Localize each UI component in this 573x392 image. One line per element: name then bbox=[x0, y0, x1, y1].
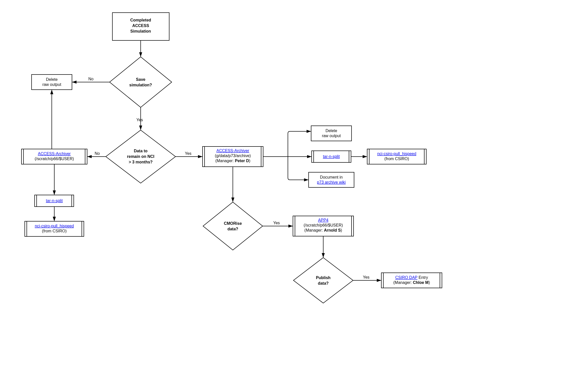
node-access-archiver-scratch: ACCESS-Archiver (/scratch/p66/$USER) bbox=[21, 149, 87, 164]
app4-link[interactable]: APP4 bbox=[318, 218, 329, 222]
remain-l3: > 3 months? bbox=[129, 160, 153, 164]
publish-l2: data? bbox=[318, 281, 329, 285]
svg-marker-1 bbox=[110, 57, 172, 107]
node-nci-csiro-pull-right: nci-csiro-pull_hispeed (from CSIRO) bbox=[367, 149, 426, 164]
node-tar-n-split-left: tar-n-split bbox=[35, 195, 74, 207]
svg-rect-2 bbox=[32, 75, 72, 90]
access-archiver-p73-sub1: (g/data/p73/archive) bbox=[215, 154, 251, 158]
node-csiro-dap-entry: CSIRO DAP Entry (Manager: Chloe M) bbox=[381, 273, 442, 288]
publish-l1: Publish bbox=[316, 276, 331, 280]
node-delete-raw-output-right: Delete raw output bbox=[311, 126, 352, 141]
save-sim-l1: Save bbox=[136, 77, 145, 82]
tar-n-split-left-link[interactable]: tar-n-split bbox=[46, 199, 63, 203]
flowchart-diagram: Completed ACCESS Simulation Save simulat… bbox=[0, 0, 573, 392]
svg-marker-28 bbox=[293, 258, 353, 303]
dap-sub: (Manager: Chloe M) bbox=[393, 280, 430, 285]
dap-title: CSIRO DAP Entry bbox=[395, 275, 428, 280]
edge-label-yes-1: Yes bbox=[136, 118, 143, 122]
start-line2: ACCESS bbox=[132, 23, 149, 28]
nci-csiro-pull-right-link[interactable]: nci-csiro-pull_hispeed bbox=[377, 152, 416, 156]
remain-l1: Data to bbox=[134, 149, 147, 153]
nci-csiro-pull-left-link[interactable]: nci-csiro-pull_hispeed bbox=[35, 224, 74, 228]
node-nci-csiro-pull-left: nci-csiro-pull_hispeed (from CSIRO) bbox=[25, 221, 84, 236]
node-tar-n-split-right: tar-n-split bbox=[312, 151, 351, 162]
dap-link[interactable]: CSIRO DAP bbox=[395, 275, 417, 280]
edge-label-no-1: No bbox=[88, 77, 94, 81]
node-document-p73-wiki: Document in p73 archive wiki bbox=[309, 172, 354, 187]
decision-publish-data: Publish data? bbox=[293, 258, 353, 303]
delete-raw-l2: raw output bbox=[42, 82, 61, 87]
app4-sub2: (Manager: Arnold S) bbox=[304, 228, 342, 232]
start-line1: Completed bbox=[130, 18, 151, 22]
access-archiver-p73-link[interactable]: ACCESS-Archiver bbox=[216, 149, 249, 153]
edge-label-no-2: No bbox=[95, 151, 100, 156]
svg-rect-16 bbox=[311, 126, 352, 141]
access-archiver-scratch-link[interactable]: ACCESS-Archiver bbox=[38, 152, 71, 156]
delete-raw-r-l1: Delete bbox=[326, 129, 337, 133]
cmorise-l2: data? bbox=[228, 227, 238, 231]
node-completed-access-simulation: Completed ACCESS Simulation bbox=[112, 13, 169, 40]
decision-cmorise-data: CMORise data? bbox=[203, 202, 263, 250]
edge-label-yes-2: Yes bbox=[185, 151, 191, 156]
access-archiver-scratch-sub: (/scratch/p66/$USER) bbox=[35, 157, 74, 161]
access-archiver-p73-sub2: (Manager: Peter D) bbox=[215, 159, 251, 163]
doc-p73-pre: Document in bbox=[320, 175, 343, 179]
node-app4: APP4 (/scratch/p66/$USER) (Manager: Arno… bbox=[293, 216, 354, 236]
delete-raw-l1: Delete bbox=[46, 77, 58, 82]
nci-csiro-pull-left-sub: (from CSIRO) bbox=[42, 229, 67, 233]
node-delete-raw-output-left: Delete raw output bbox=[32, 75, 72, 90]
decision-save-simulation: Save simulation? bbox=[110, 57, 172, 107]
doc-p73-link[interactable]: p73 archive wiki bbox=[317, 180, 346, 184]
cmorise-l1: CMORise bbox=[224, 221, 242, 226]
svg-rect-20 bbox=[309, 172, 354, 187]
tar-n-split-right-link[interactable]: tar-n-split bbox=[323, 154, 340, 159]
svg-marker-24 bbox=[203, 202, 263, 250]
node-access-archiver-p73: ACCESS-Archiver (g/data/p73/archive) (Ma… bbox=[203, 146, 263, 167]
app4-sub1: (/scratch/p66/$USER) bbox=[304, 223, 343, 227]
start-line3: Simulation bbox=[130, 29, 151, 33]
nci-csiro-pull-right-sub: (from CSIRO) bbox=[384, 157, 409, 161]
remain-l2: remain on NCI bbox=[127, 154, 154, 159]
save-sim-l2: simulation? bbox=[129, 83, 152, 87]
edge-label-yes-3: Yes bbox=[273, 221, 280, 225]
decision-remain-on-nci: Data to remain on NCI > 3 months? bbox=[106, 130, 176, 183]
delete-raw-r-l2: raw output bbox=[322, 134, 341, 138]
edge-label-yes-4: Yes bbox=[363, 275, 369, 279]
